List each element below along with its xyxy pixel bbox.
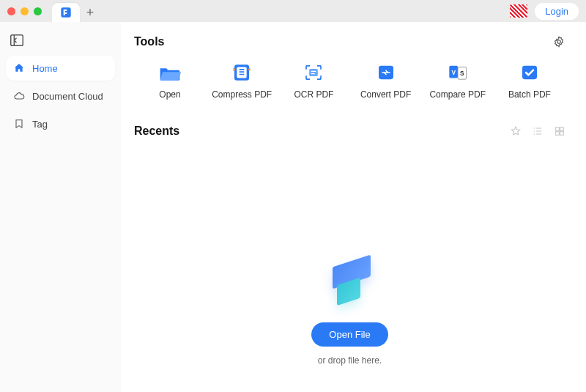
sidebar-item-tag[interactable]: Tag	[6, 111, 115, 136]
tool-label: Open	[159, 89, 180, 100]
empty-state-illustration	[321, 252, 379, 311]
svg-rect-1	[11, 35, 23, 46]
drop-hint: or drop file here.	[318, 355, 382, 366]
tool-compare-pdf[interactable]: VS Compare PDF	[425, 63, 491, 100]
tool-label: Compress PDF	[212, 89, 272, 100]
minimize-window-icon[interactable]	[21, 7, 29, 15]
tool-ocr-pdf[interactable]: OCR PDF	[281, 63, 346, 100]
tools-title: Tools	[134, 35, 164, 48]
collapse-sidebar-button[interactable]	[9, 32, 25, 48]
sidebar-item-document-cloud[interactable]: Document Cloud	[6, 84, 115, 108]
tool-label: Batch PDF	[508, 89, 551, 100]
svg-rect-12	[556, 127, 560, 131]
main-panel: Tools Open Compress PDF	[121, 22, 586, 392]
drop-zone[interactable]: Open File or drop file here.	[134, 138, 565, 392]
batch-icon	[519, 63, 541, 82]
sidebar-item-label: Home	[32, 63, 58, 74]
compare-icon: VS	[447, 63, 469, 82]
compress-icon	[231, 63, 253, 82]
maximize-window-icon[interactable]	[34, 7, 42, 15]
sidebar-item-home[interactable]: Home	[6, 56, 115, 81]
tool-label: Compare PDF	[429, 89, 486, 100]
open-file-button[interactable]: Open File	[311, 322, 387, 347]
tool-batch-pdf[interactable]: Batch PDF	[497, 63, 563, 100]
tool-open[interactable]: Open	[137, 63, 203, 100]
sidebar: Home Document Cloud Tag	[0, 22, 121, 392]
sidebar-item-label: Document Cloud	[32, 91, 103, 102]
grid-view-icon[interactable]	[554, 125, 565, 137]
home-icon	[13, 62, 25, 74]
settings-icon[interactable]	[552, 35, 565, 48]
tool-label: OCR PDF	[294, 89, 333, 100]
bookmark-icon	[13, 118, 25, 130]
titlebar: + Login	[0, 0, 586, 22]
app-logo-icon	[60, 7, 72, 18]
svg-point-2	[557, 40, 561, 44]
close-window-icon[interactable]	[7, 7, 15, 15]
star-icon[interactable]	[510, 125, 522, 137]
tool-convert-pdf[interactable]: Convert PDF	[353, 63, 419, 100]
sidebar-item-label: Tag	[32, 119, 48, 130]
tool-compress-pdf[interactable]: Compress PDF	[209, 63, 275, 100]
window-controls	[7, 7, 42, 15]
new-tab-button[interactable]: +	[80, 3, 100, 22]
folder-open-icon	[159, 63, 181, 82]
svg-rect-13	[560, 127, 564, 131]
svg-rect-15	[560, 132, 564, 136]
tools-row: Open Compress PDF OCR PDF Convert PDF	[134, 63, 565, 100]
recents-view-actions	[510, 125, 565, 137]
ocr-icon	[303, 63, 324, 82]
convert-icon	[375, 63, 397, 82]
recents-title: Recents	[134, 125, 179, 138]
cloud-icon	[13, 90, 25, 102]
tool-label: Convert PDF	[360, 89, 411, 100]
svg-rect-14	[556, 132, 560, 136]
list-view-icon[interactable]	[532, 125, 544, 137]
svg-text:V: V	[451, 69, 456, 76]
shop-now-badge[interactable]	[510, 4, 527, 18]
svg-text:S: S	[460, 70, 464, 77]
svg-rect-5	[310, 69, 319, 76]
tab-strip: +	[52, 0, 100, 22]
tab-home[interactable]	[52, 3, 80, 22]
login-button[interactable]: Login	[535, 3, 579, 20]
